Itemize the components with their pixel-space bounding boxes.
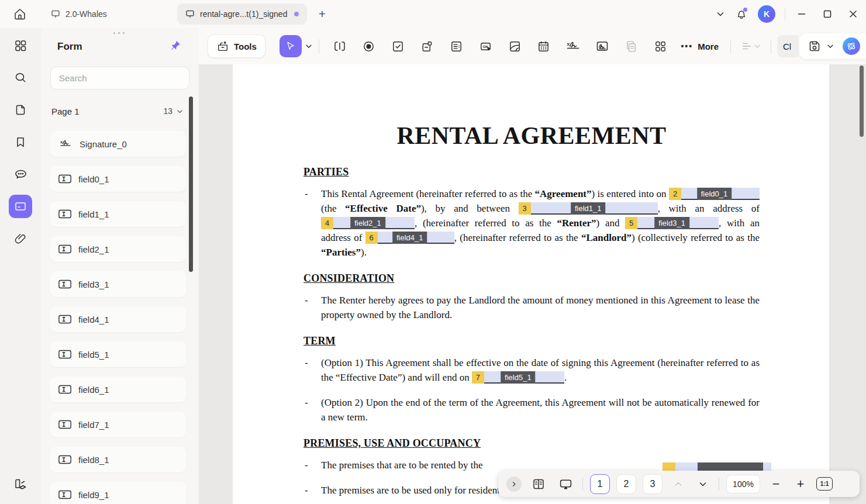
form-field-list-item[interactable]: field7_1 [50,412,186,437]
text-field-icon [58,489,72,500]
home-button[interactable] [8,2,32,26]
panel-title: Form [57,41,82,53]
next-page-button[interactable] [694,475,712,493]
bookmarks-panel-button[interactable] [9,130,32,154]
partially-hidden-form-field[interactable] [663,462,771,471]
zoom-level[interactable]: 100% [726,475,760,493]
doc-text: ), by and between [421,203,519,214]
form-field-name: field0_1 [78,174,109,184]
comments-panel-button[interactable] [9,163,32,186]
digital-signature-tool[interactable] [592,36,613,57]
zoom-out-button[interactable]: − [767,475,785,493]
pages-panel-button[interactable] [9,98,32,122]
push-button-tool[interactable]: OK [475,36,496,57]
doc-bold-text: “Renter” [557,218,596,229]
inline-form-field-field4_1[interactable]: 6field4_1 [365,232,454,244]
attachments-panel-button[interactable] [9,227,32,250]
field-count[interactable]: 13 [163,106,184,116]
more-button[interactable]: ••• More [681,42,719,51]
close-window-button[interactable] [840,2,866,26]
document-scrollbar[interactable] [860,65,864,137]
panel-scrollbar[interactable] [189,96,193,272]
page-layout-button[interactable] [529,474,548,494]
field-name-chip: field2_1 [350,217,385,229]
text-field-tool[interactable] [329,36,350,57]
bookmark-icon [14,136,27,149]
save-dropdown-chevron[interactable] [826,42,834,50]
signature-field-tool[interactable] [563,36,584,57]
tools-button[interactable]: Tools [208,34,265,58]
select-tool-button[interactable] [280,35,302,57]
text-field-icon [58,348,72,360]
tabs-dropdown-button[interactable] [710,4,731,25]
field-name-chip: field4_1 [392,232,427,244]
page-button-1[interactable]: 1 [590,474,610,494]
form-field-list-item[interactable]: field9_1 [50,482,186,504]
date-field-tool[interactable] [533,36,554,57]
form-field-list-item[interactable]: field0_1 [50,166,186,192]
list-box-tool[interactable] [446,36,467,57]
new-tab-button[interactable]: + [314,6,330,22]
pin-icon[interactable] [170,40,181,51]
form-field-list-item[interactable]: field1_1 [50,201,186,227]
doc-paragraph: -This Rental Agreement (hereinafter refe… [303,187,760,260]
form-field-list-item[interactable]: field5_1 [50,341,186,367]
page-group-label: Page 1 [51,106,80,116]
inline-form-field-field0_1[interactable]: 2field0_1 [669,188,760,200]
save-button[interactable] [808,39,822,53]
read-mode-button[interactable] [9,472,32,496]
doc-body: PARTIES-This Rental Agreement (hereinaft… [303,166,760,498]
document-area: RENTAL AGREEMENT PARTIES-This Rental Agr… [199,64,866,504]
previous-page-button[interactable] [670,475,687,493]
search-input[interactable] [50,67,189,89]
presentation-mode-button[interactable] [556,474,575,494]
doc-bold-text: “Landlord” [581,232,632,243]
panel-drag-handle[interactable] [113,32,125,34]
notifications-button[interactable] [731,4,752,25]
page-button-3[interactable]: 3 [643,474,663,494]
form-field-list-item[interactable]: field3_1 [50,271,186,297]
doc-text: The premises that are to be rented by th… [321,460,483,471]
close-form-button[interactable]: Cl [777,35,798,57]
page-button-2[interactable]: 2 [616,474,636,494]
form-field-list-item[interactable]: field6_1 [50,377,186,402]
inline-form-field-field2_1[interactable]: 4field2_1 [321,217,415,229]
bullet-dash: - [305,458,308,472]
tab-rental-agreement[interactable]: rental-agre...t(1)_signed [177,4,307,25]
doc-text: ) (collectively referred to as the [632,232,760,243]
image-field-tool[interactable] [504,36,525,57]
form-field-name: field5_1 [78,350,109,360]
radio-button-tool[interactable] [358,36,379,57]
collapse-toolbar-button[interactable] [506,477,522,492]
form-field-list-item[interactable]: field2_1 [50,236,186,262]
tab-whales[interactable]: 2.0-Whales [43,4,172,25]
form-field-list-item[interactable]: Signature_0 [50,131,186,157]
close-form-label: Cl [783,42,791,51]
minimize-button[interactable] [789,2,815,26]
image-field-icon [508,40,522,53]
inline-form-field-field1_1[interactable]: 3field1_1 [519,202,658,215]
thumbnails-panel-button[interactable] [9,34,32,57]
text-field-icon [58,419,72,430]
avatar[interactable]: K [758,5,775,23]
search-panel-button[interactable] [9,66,32,89]
field-tab-order-badge: 6 [365,232,378,244]
ai-assistant-button[interactable] [843,37,860,55]
maximize-button[interactable] [815,2,840,26]
combo-box-icon [420,40,434,53]
arrange-fields-tool[interactable] [650,36,671,57]
doc-text: This Rental Agreement (hereinafter refer… [321,188,535,199]
form-toolbar: Tools OK ••• More Cl [199,28,866,64]
inline-form-field-field5_1[interactable]: 7field5_1 [472,371,564,384]
form-field-list-item[interactable]: field4_1 [50,306,186,332]
doc-text: . [564,372,567,383]
comment-icon [14,168,27,181]
form-field-list-item[interactable]: field8_1 [50,447,186,472]
actual-size-button[interactable]: 1:1 [816,477,833,491]
select-tool-dropdown[interactable] [305,42,313,50]
form-panel-button[interactable] [9,195,32,218]
combo-box-tool[interactable] [416,36,437,57]
inline-form-field-field3_1[interactable]: 5field3_1 [625,217,719,229]
zoom-in-button[interactable]: + [792,475,809,493]
checkbox-tool[interactable] [388,36,409,57]
